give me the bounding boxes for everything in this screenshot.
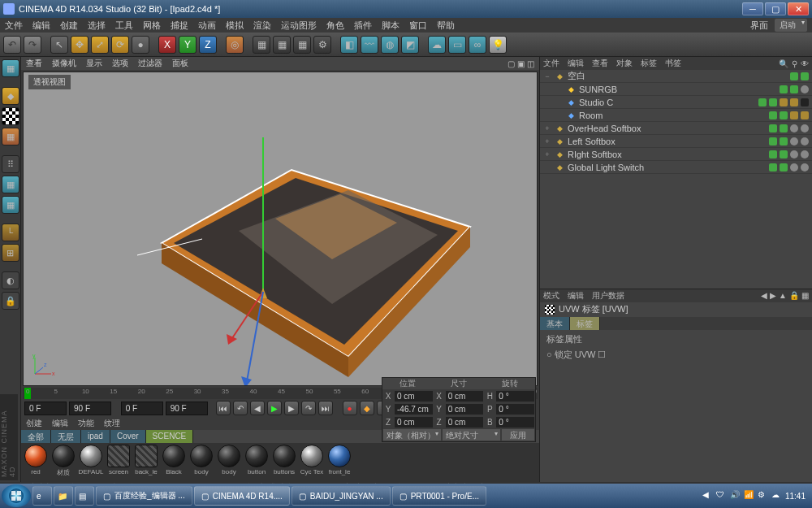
quick-launch-app[interactable]: ▤ bbox=[75, 486, 94, 506]
coord-input[interactable]: 0 ° bbox=[496, 391, 534, 402]
layout-dropdown[interactable]: 启动 bbox=[775, 19, 807, 32]
material-item[interactable]: DEFAUL bbox=[78, 445, 104, 475]
next-key-button[interactable]: ↷ bbox=[301, 401, 316, 415]
coord-input[interactable]: 0 cm bbox=[446, 391, 484, 402]
material-item[interactable]: front_le bbox=[326, 445, 352, 475]
material-item[interactable]: body bbox=[216, 445, 242, 475]
material-menu-item[interactable]: 纹理 bbox=[104, 418, 120, 429]
next-frame-button[interactable]: ▶ bbox=[284, 401, 299, 415]
axis-y-toggle[interactable]: Y bbox=[179, 36, 197, 54]
last-tool[interactable]: ● bbox=[132, 36, 149, 54]
close-button[interactable]: ✕ bbox=[788, 2, 809, 15]
attr-menu-item[interactable]: 用户数据 bbox=[592, 290, 624, 302]
menu-item[interactable]: 脚本 bbox=[382, 20, 400, 32]
tag-icon[interactable] bbox=[801, 124, 809, 132]
select-tool[interactable]: ↖ bbox=[50, 36, 68, 54]
tag-icon[interactable] bbox=[790, 111, 798, 119]
material-item[interactable]: red bbox=[23, 445, 49, 475]
object-menu-item[interactable]: 文件 bbox=[543, 58, 559, 69]
viewport[interactable]: 透视视图 x y z bbox=[23, 72, 538, 386]
menu-item[interactable]: 插件 bbox=[354, 20, 372, 32]
autokey-button[interactable]: ◆ bbox=[360, 401, 374, 415]
attr-menu-item[interactable]: 模式 bbox=[543, 290, 559, 302]
point-mode-button[interactable]: ⠿ bbox=[2, 155, 19, 173]
lock-icon[interactable]: 🔒 bbox=[789, 291, 799, 300]
coord-input[interactable]: 0 ° bbox=[496, 404, 534, 415]
system-tray[interactable]: ◀ 🛡 🔊 📶 ⚙ ☁ 11:41 bbox=[702, 490, 810, 501]
filter-icon[interactable]: ⚲ bbox=[792, 59, 797, 68]
render-pv-button[interactable]: ▦ bbox=[293, 36, 311, 54]
material-item[interactable]: body bbox=[188, 445, 214, 475]
tray-icon[interactable]: ☁ bbox=[771, 490, 783, 501]
render-region-button[interactable]: ▦ bbox=[273, 36, 291, 54]
tag-icon[interactable] bbox=[801, 98, 809, 106]
add-camera-button[interactable]: ▭ bbox=[448, 36, 466, 54]
tag-icon[interactable] bbox=[780, 150, 788, 158]
taskbar-item[interactable]: ▢BAIDU_JINGYAN ... bbox=[292, 486, 391, 506]
quick-launch-ie[interactable]: e bbox=[32, 486, 52, 506]
nav-back-icon[interactable]: ◀ bbox=[761, 291, 767, 300]
menu-item[interactable]: 帮助 bbox=[437, 20, 455, 32]
menu-item[interactable]: 编辑 bbox=[32, 20, 50, 32]
expand-icon[interactable]: + bbox=[543, 150, 551, 158]
tag-icon[interactable] bbox=[780, 111, 788, 119]
coord-input[interactable]: -46.7 cm bbox=[395, 404, 433, 415]
tag-icon[interactable] bbox=[780, 85, 788, 93]
material-item[interactable]: Black bbox=[161, 445, 187, 475]
attr-tab[interactable]: 标签 bbox=[570, 317, 600, 330]
texture-mode-button[interactable] bbox=[2, 107, 19, 125]
material-item[interactable]: back_le bbox=[133, 445, 159, 475]
lock-button[interactable]: 🔒 bbox=[2, 292, 19, 310]
viewport-menu-item[interactable]: 摄像机 bbox=[52, 58, 76, 69]
tag-icon[interactable] bbox=[769, 163, 777, 172]
tag-icon[interactable] bbox=[790, 137, 798, 145]
material-menu-item[interactable]: 创建 bbox=[26, 418, 42, 429]
object-node[interactable]: −◆空白 bbox=[540, 70, 812, 83]
total-frames-input[interactable]: 90 F bbox=[166, 402, 208, 415]
add-primitive-button[interactable]: ◧ bbox=[340, 36, 358, 54]
menu-item[interactable]: 网格 bbox=[143, 20, 161, 32]
add-spline-button[interactable]: 〰 bbox=[361, 36, 378, 54]
coord-input[interactable]: 0 cm bbox=[395, 391, 433, 402]
eye-icon[interactable]: 👁 bbox=[801, 59, 809, 68]
material-manager[interactable]: red材质DEFAULscreenback_leBlackbodybodybut… bbox=[21, 443, 539, 482]
add-light-button[interactable]: ∞ bbox=[469, 36, 486, 54]
object-menu-item[interactable]: 编辑 bbox=[568, 58, 584, 69]
material-layer-tab[interactable]: 全部 bbox=[21, 430, 51, 443]
material-item[interactable]: screen bbox=[106, 445, 132, 475]
goto-end-button[interactable]: ⏭ bbox=[318, 401, 333, 415]
rotate-tool[interactable]: ⟳ bbox=[111, 36, 129, 54]
object-menu-item[interactable]: 书签 bbox=[665, 58, 681, 69]
tag-icon[interactable] bbox=[790, 163, 798, 172]
tag-icon[interactable] bbox=[780, 124, 788, 132]
tag-icon[interactable] bbox=[790, 85, 798, 93]
viewport-menu-item[interactable]: 选项 bbox=[112, 58, 128, 69]
coord-input[interactable]: 0 cm bbox=[446, 404, 484, 415]
tag-icon[interactable] bbox=[790, 72, 798, 80]
tray-icon[interactable]: ◀ bbox=[702, 490, 714, 501]
tag-icon[interactable] bbox=[769, 137, 777, 145]
minimize-button[interactable]: ─ bbox=[742, 2, 763, 15]
tray-clock[interactable]: 11:41 bbox=[785, 492, 806, 501]
redo-button[interactable]: ↷ bbox=[24, 36, 41, 54]
object-node[interactable]: ◆SUNRGB bbox=[540, 83, 812, 96]
viewport-menu-item[interactable]: 显示 bbox=[86, 58, 102, 69]
menu-item[interactable]: 选择 bbox=[88, 20, 106, 32]
axis-x-toggle[interactable]: X bbox=[158, 36, 176, 54]
tag-icon[interactable] bbox=[769, 98, 777, 106]
nav-up-icon[interactable]: ▲ bbox=[779, 291, 787, 300]
maximize-button[interactable]: ▢ bbox=[765, 2, 786, 15]
range-start-input[interactable]: 0 F bbox=[24, 402, 67, 415]
tray-icon[interactable]: 📶 bbox=[744, 490, 755, 501]
menu-item[interactable]: 工具 bbox=[115, 20, 133, 32]
coord-system-button[interactable]: ◎ bbox=[226, 36, 244, 54]
material-item[interactable]: Cyc Tex bbox=[299, 445, 325, 475]
add-generator-button[interactable]: ◍ bbox=[381, 36, 399, 54]
start-button[interactable] bbox=[2, 484, 31, 507]
make-editable-button[interactable]: ▦ bbox=[2, 59, 19, 77]
taskbar-item[interactable]: ▢CINEMA 4D R14.... bbox=[194, 486, 290, 506]
current-frame-input[interactable]: 0 F bbox=[121, 402, 163, 415]
expand-icon[interactable]: + bbox=[543, 137, 551, 145]
menu-item[interactable]: 渲染 bbox=[253, 20, 271, 32]
tag-icon[interactable] bbox=[801, 163, 809, 172]
